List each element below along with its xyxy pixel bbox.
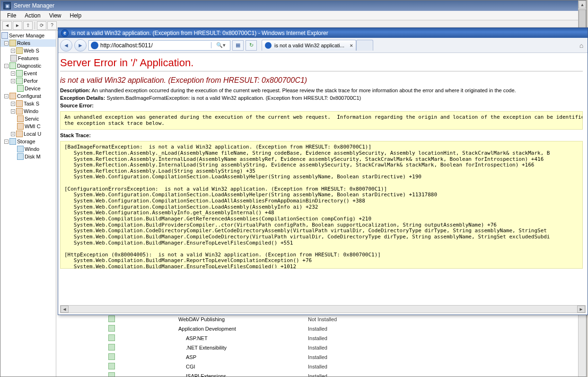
menu-view[interactable]: View — [45, 11, 65, 20]
scroll-right-arrow[interactable]: ► — [577, 306, 585, 313]
horizontal-scrollbar[interactable]: ◄ ► — [60, 305, 586, 313]
tree-roles[interactable]: −Roles — [0, 39, 56, 47]
nav-fwd-button[interactable]: ► — [13, 21, 22, 30]
compat-view-button[interactable]: ▦ — [232, 40, 244, 51]
status-icon — [108, 372, 115, 377]
tree-event[interactable]: +Event — [0, 70, 56, 77]
help-button[interactable]: ? — [47, 21, 57, 30]
perf-icon — [16, 78, 23, 84]
sm-title: Server Manager — [14, 2, 54, 9]
ie-tabs: is not a valid Win32 applicati... × — [262, 40, 373, 51]
backup-icon — [17, 146, 24, 152]
sm-tree[interactable]: Server Manage −Roles +Web S Features −Di… — [0, 31, 56, 377]
tree-task[interactable]: +Task S — [0, 100, 56, 107]
feature-name: ISAPI Extensions — [117, 371, 306, 377]
ie-content: Server Error in '/' Application. is not … — [58, 53, 588, 315]
tree-performance[interactable]: +Perfor — [0, 77, 56, 85]
scroll-up-arrow[interactable]: ▲ — [579, 0, 586, 9]
tree-config[interactable]: −Configurat — [0, 92, 56, 100]
features-icon — [10, 55, 17, 61]
expand-icon[interactable]: + — [11, 79, 15, 83]
feature-name: Application Development — [117, 324, 306, 333]
tree-windows-backup[interactable]: Windo — [0, 145, 56, 153]
tree-root[interactable]: Server Manage — [0, 32, 56, 39]
ie-titlebar[interactable]: e is not a valid Win32 application. (Exc… — [58, 28, 588, 38]
menu-file[interactable]: File — [3, 11, 20, 20]
server-icon — [1, 32, 8, 39]
collapse-icon[interactable]: − — [4, 64, 9, 68]
web-icon — [16, 47, 23, 54]
feature-name: CGI — [117, 362, 306, 371]
source-error-block: An unhandled exception was generated dur… — [60, 111, 583, 130]
tree-features[interactable]: Features — [0, 54, 56, 62]
ie-new-tab-button[interactable] — [356, 40, 373, 51]
feature-row[interactable]: .NET ExtensibilityInstalled — [56, 343, 586, 352]
refresh-button[interactable]: ⟳ — [37, 21, 46, 30]
feature-row[interactable]: ISAPI ExtensionsInstalled — [56, 371, 586, 377]
users-icon — [16, 131, 23, 137]
feature-status: Installed — [306, 371, 586, 377]
config-icon — [9, 93, 16, 99]
feature-row[interactable]: Application DevelopmentInstalled — [56, 324, 586, 333]
tree-services[interactable]: Servic — [0, 115, 56, 123]
ysod-heading: Server Error in '/' Application. — [60, 57, 583, 69]
svc-icon — [17, 115, 24, 122]
tree-webserver[interactable]: +Web S — [0, 47, 56, 54]
collapse-icon[interactable]: − — [4, 94, 9, 98]
feature-name: ASP.NET — [117, 333, 306, 343]
expand-icon[interactable]: + — [11, 49, 15, 53]
ie-tab-active[interactable]: is not a valid Win32 applicati... × — [262, 40, 356, 51]
scroll-track[interactable] — [69, 306, 577, 313]
feature-status: Installed — [306, 324, 586, 333]
tree-device[interactable]: Device — [0, 85, 56, 92]
feature-status: Not Installed — [306, 315, 586, 324]
ie-icon: e — [61, 29, 69, 37]
ie-nav: ◄ ► 🔍▾ ▦ ↻ is not a valid Win32 applicat… — [58, 38, 588, 53]
home-icon[interactable]: ⌂ — [577, 41, 586, 50]
event-icon — [16, 70, 23, 77]
expand-icon[interactable]: + — [11, 71, 15, 76]
address-bar[interactable]: 🔍▾ — [88, 40, 230, 51]
ysod-exception-details: Exception Details: System.BadImageFormat… — [60, 95, 583, 101]
task-icon — [16, 100, 23, 107]
search-button[interactable]: 🔍▾ — [211, 42, 230, 48]
status-icon — [108, 316, 115, 322]
collapse-icon[interactable]: − — [4, 140, 9, 144]
menu-action[interactable]: Action — [21, 11, 44, 20]
tree-windows-fw[interactable]: +Windo — [0, 107, 56, 115]
feature-row[interactable]: ASPInstalled — [56, 352, 586, 362]
feature-status: Installed — [306, 362, 586, 371]
tab-close-button[interactable]: × — [350, 43, 353, 48]
tree-wmi[interactable]: WMI C — [0, 123, 56, 130]
scroll-left-arrow[interactable]: ◄ — [61, 306, 69, 313]
feature-row[interactable]: CGIInstalled — [56, 362, 586, 371]
device-icon — [17, 85, 24, 92]
address-input[interactable] — [100, 42, 211, 49]
tree-diagnostics[interactable]: −Diagnostic — [0, 62, 56, 70]
sm-menubar: File Action View Help — [0, 11, 586, 20]
status-icon — [108, 325, 115, 332]
up-button[interactable]: ⇧ — [23, 21, 33, 30]
server-manager-icon: ▣ — [3, 2, 11, 9]
expand-icon[interactable]: + — [11, 109, 15, 114]
source-error-label: Source Error: — [60, 103, 583, 108]
tree-disk-mgmt[interactable]: Disk M — [0, 153, 56, 160]
refresh-button[interactable]: ↻ — [246, 40, 257, 51]
feature-name: .NET Extensibility — [117, 343, 306, 352]
collapse-icon[interactable]: − — [4, 41, 9, 45]
feature-row[interactable]: ASP.NETInstalled — [56, 333, 586, 343]
feature-row[interactable]: WebDAV PublishingNot Installed — [56, 315, 586, 324]
sm-titlebar[interactable]: ▣ Server Manager — [0, 0, 586, 11]
menu-help[interactable]: Help — [66, 11, 86, 20]
ie-forward-button[interactable]: ► — [74, 39, 87, 52]
ie-back-button[interactable]: ◄ — [60, 39, 72, 52]
expand-icon[interactable]: + — [11, 102, 15, 106]
status-icon — [108, 363, 115, 369]
expand-icon[interactable]: + — [11, 132, 15, 136]
status-icon — [108, 353, 115, 360]
tree-local-users[interactable]: +Local U — [0, 130, 56, 138]
nav-back-button[interactable]: ◄ — [2, 21, 12, 30]
tree-storage[interactable]: −Storage — [0, 138, 56, 145]
ysod-description: Description: An unhandled exception occu… — [60, 88, 583, 93]
feature-table: WebDAV PublishingNot InstalledApplicatio… — [56, 315, 586, 377]
